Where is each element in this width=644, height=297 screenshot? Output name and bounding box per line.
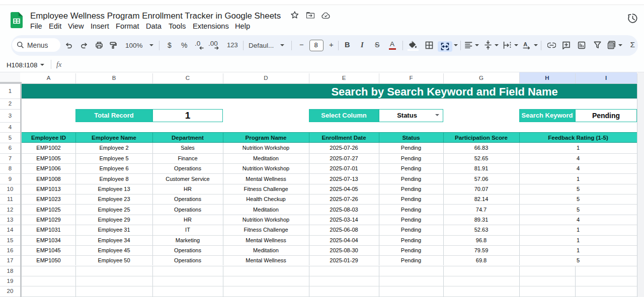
svg-text:A: A [523, 41, 527, 47]
